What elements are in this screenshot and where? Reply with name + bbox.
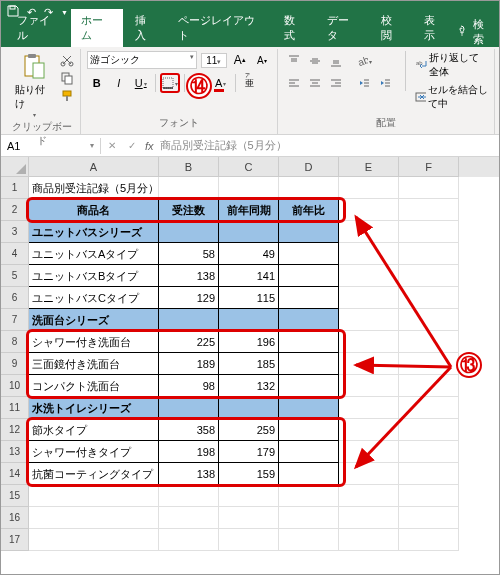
border-button[interactable]	[160, 73, 180, 93]
row-header[interactable]: 4	[1, 243, 29, 265]
align-middle-icon[interactable]	[305, 51, 325, 71]
tab-formula[interactable]: 数式	[274, 9, 315, 47]
align-top-icon[interactable]	[284, 51, 304, 71]
orientation-icon[interactable]: ab	[354, 51, 374, 71]
row-header[interactable]: 15	[1, 485, 29, 507]
row-header[interactable]: 6	[1, 287, 29, 309]
svg-rect-4	[33, 63, 44, 78]
bold-button[interactable]: B	[87, 73, 107, 93]
row-header[interactable]: 3	[1, 221, 29, 243]
row-header[interactable]: 2	[1, 199, 29, 221]
row-header[interactable]: 8	[1, 331, 29, 353]
formula-bar-row: A1 ✕ ✓ fx 商品別受注記録（5月分）	[1, 135, 499, 157]
font-size-select[interactable]: 11▾	[201, 53, 227, 68]
tab-layout[interactable]: ページレイアウト	[168, 9, 272, 47]
tab-review[interactable]: 校閲	[371, 9, 412, 47]
col-header-d[interactable]: D	[279, 157, 339, 177]
svg-rect-3	[28, 54, 36, 58]
wrap-text-button[interactable]: ab 折り返して全体	[415, 51, 488, 79]
row-header[interactable]: 16	[1, 507, 29, 529]
font-label: フォント	[87, 116, 271, 132]
align-right-icon[interactable]	[326, 73, 346, 93]
callout-13: ⑬	[456, 352, 482, 378]
align-bottom-icon[interactable]	[326, 51, 346, 71]
group-font: 游ゴシック ▾ 11▾ A▴ A▾ B I U A ア亜 フォント	[81, 49, 278, 134]
align-center-icon[interactable]	[305, 73, 325, 93]
align-label: 配置	[284, 116, 488, 132]
increase-font-icon[interactable]: A▴	[231, 51, 249, 69]
copy-icon[interactable]	[60, 71, 74, 87]
row-header[interactable]: 13	[1, 441, 29, 463]
tab-insert[interactable]: 挿入	[125, 9, 166, 47]
cancel-formula-icon[interactable]: ✕	[105, 140, 119, 151]
group-alignment: ab ab 折り返して全体 セルを結合して中 配置	[278, 49, 495, 134]
select-all-corner[interactable]	[1, 157, 29, 177]
ribbon-tabs: ファイル ホーム 挿入 ページレイアウト 数式 データ 校閲 表示 検索	[1, 23, 499, 47]
svg-text:ab: ab	[356, 55, 367, 67]
col-header-f[interactable]: F	[399, 157, 459, 177]
row-header[interactable]: 10	[1, 375, 29, 397]
clipboard-label: クリップボード	[11, 120, 74, 150]
svg-rect-10	[66, 96, 68, 101]
tell-me-label[interactable]: 検索	[473, 17, 493, 47]
col-header-a[interactable]: A	[29, 157, 159, 177]
row-header[interactable]: 11	[1, 397, 29, 419]
svg-rect-8	[65, 76, 72, 84]
svg-point-1	[461, 34, 462, 35]
enter-formula-icon[interactable]: ✓	[125, 140, 139, 151]
format-painter-icon[interactable]	[60, 89, 74, 105]
row-header[interactable]: 12	[1, 419, 29, 441]
italic-button[interactable]: I	[109, 73, 129, 93]
svg-text:ab: ab	[416, 60, 423, 66]
decrease-indent-icon[interactable]	[354, 73, 374, 93]
row-header[interactable]: 7	[1, 309, 29, 331]
cell[interactable]: 商品別受注記録（5月分）	[29, 177, 159, 199]
align-left-icon[interactable]	[284, 73, 304, 93]
underline-button[interactable]: U	[131, 73, 151, 93]
row-header[interactable]: 17	[1, 529, 29, 551]
formula-bar[interactable]: 商品別受注記録（5月分）	[160, 138, 287, 153]
row-header[interactable]: 9	[1, 353, 29, 375]
group-clipboard: 貼り付け ▾ クリップボード	[5, 49, 81, 134]
ribbon: 貼り付け ▾ クリップボード 游ゴシック ▾ 11▾ A▴ A▾ B I U	[1, 47, 499, 135]
tab-data[interactable]: データ	[317, 9, 369, 47]
font-name-select[interactable]: 游ゴシック ▾	[87, 51, 197, 69]
svg-rect-11	[163, 78, 173, 88]
row-header[interactable]: 1	[1, 177, 29, 199]
col-header-c[interactable]: C	[219, 157, 279, 177]
col-header-b[interactable]: B	[159, 157, 219, 177]
worksheet[interactable]: A B C D E F 1 商品別受注記録（5月分） 2 商品名 受注数 前年同…	[1, 157, 499, 551]
paste-button[interactable]: 貼り付け ▾	[11, 51, 58, 120]
tab-view[interactable]: 表示	[414, 9, 455, 47]
increase-indent-icon[interactable]	[375, 73, 395, 93]
tab-home[interactable]: ホーム	[71, 9, 123, 47]
svg-rect-9	[63, 91, 71, 96]
tell-me-icon[interactable]	[457, 25, 469, 39]
font-color-button[interactable]: A	[211, 73, 231, 93]
row-header[interactable]: 14	[1, 463, 29, 485]
merge-center-button[interactable]: セルを結合して中	[415, 83, 488, 111]
col-header-e[interactable]: E	[339, 157, 399, 177]
fx-icon[interactable]: fx	[145, 140, 154, 152]
decrease-font-icon[interactable]: A▾	[253, 51, 271, 69]
tab-file[interactable]: ファイル	[7, 9, 69, 47]
cut-icon[interactable]	[60, 53, 74, 69]
row-header[interactable]: 5	[1, 265, 29, 287]
callout-14: ⑭	[186, 73, 212, 99]
cell[interactable]: 商品名	[29, 199, 159, 221]
column-headers: A B C D E F	[1, 157, 499, 177]
phonetic-button[interactable]: ア亜	[240, 73, 260, 93]
